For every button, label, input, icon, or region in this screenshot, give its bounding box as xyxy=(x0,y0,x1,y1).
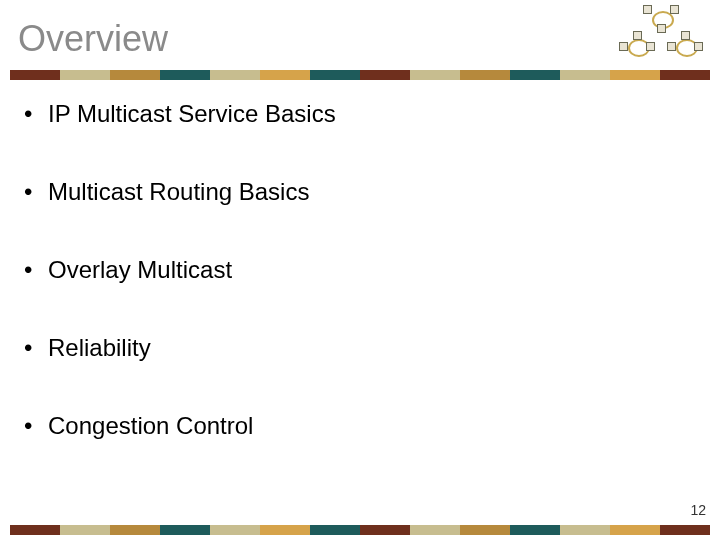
list-item: • Reliability xyxy=(24,334,684,362)
bar-segment xyxy=(510,525,560,535)
bar-segment xyxy=(360,525,410,535)
bullet-dot: • xyxy=(24,178,48,206)
bar-segment xyxy=(510,70,560,80)
bullet-list: • IP Multicast Service Basics • Multicas… xyxy=(24,100,684,490)
bullet-dot: • xyxy=(24,334,48,362)
bar-segment xyxy=(610,525,660,535)
bullet-text: Multicast Routing Basics xyxy=(48,178,309,206)
slide-title: Overview xyxy=(18,18,168,60)
bullet-dot: • xyxy=(24,256,48,284)
bar-segment xyxy=(660,70,710,80)
bar-segment xyxy=(360,70,410,80)
bar-segment xyxy=(460,525,510,535)
bar-segment xyxy=(210,70,260,80)
bullet-dot: • xyxy=(24,100,48,128)
list-item: • Congestion Control xyxy=(24,412,684,440)
bullet-text: Overlay Multicast xyxy=(48,256,232,284)
bar-segment xyxy=(660,525,710,535)
bullet-text: Reliability xyxy=(48,334,151,362)
bar-segment xyxy=(10,525,60,535)
bar-segment xyxy=(60,525,110,535)
bar-segment xyxy=(560,525,610,535)
bar-segment xyxy=(60,70,110,80)
bar-segment xyxy=(160,525,210,535)
bar-segment xyxy=(410,70,460,80)
bar-segment xyxy=(10,70,60,80)
slide: Overview • IP Multicast Service Basics xyxy=(0,0,720,540)
bar-segment xyxy=(460,70,510,80)
bar-segment xyxy=(260,525,310,535)
divider-bar-bottom xyxy=(10,525,710,535)
bar-segment xyxy=(310,70,360,80)
bar-segment xyxy=(560,70,610,80)
list-item: • Multicast Routing Basics xyxy=(24,178,684,206)
bar-segment xyxy=(610,70,660,80)
bar-segment xyxy=(310,525,360,535)
page-number: 12 xyxy=(690,502,706,518)
list-item: • IP Multicast Service Basics xyxy=(24,100,684,128)
bar-segment xyxy=(110,70,160,80)
network-icon xyxy=(616,6,708,64)
list-item: • Overlay Multicast xyxy=(24,256,684,284)
bar-segment xyxy=(110,525,160,535)
bar-segment xyxy=(260,70,310,80)
bullet-text: Congestion Control xyxy=(48,412,253,440)
bullet-dot: • xyxy=(24,412,48,440)
bar-segment xyxy=(160,70,210,80)
bar-segment xyxy=(410,525,460,535)
bar-segment xyxy=(210,525,260,535)
divider-bar-top xyxy=(10,70,710,80)
bullet-text: IP Multicast Service Basics xyxy=(48,100,336,128)
